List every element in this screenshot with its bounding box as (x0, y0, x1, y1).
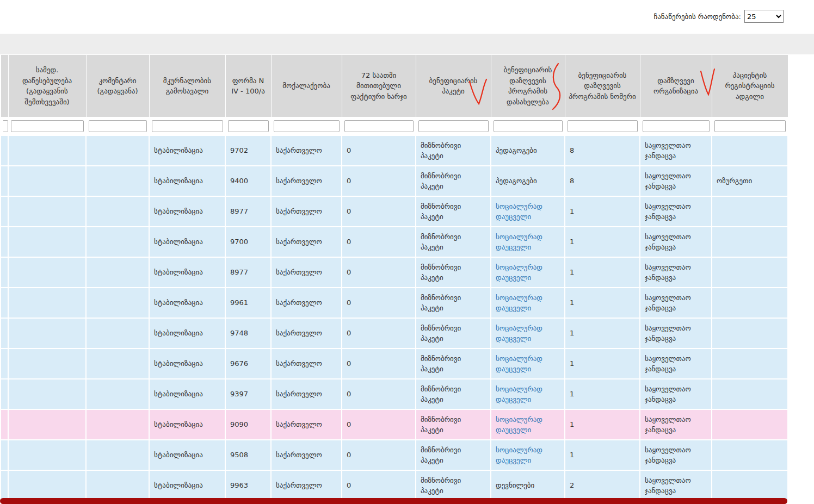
filter-input-comment[interactable] (89, 120, 147, 132)
table-header-row: სამედ. დაწესებულება (გადაყვანის შემთხვევ… (1, 55, 788, 117)
filter-cell-insurer (640, 117, 712, 136)
filter-cell-stub (1, 117, 8, 136)
cell-program-number: 1 (565, 440, 640, 470)
column-header-stub (1, 55, 8, 117)
filter-input-program-name[interactable] (494, 120, 563, 132)
cell-med-institution (8, 196, 86, 227)
filter-input-treatment-outcome[interactable] (152, 120, 223, 132)
program-name-link[interactable]: სოციალურად დაუცველი (496, 385, 542, 404)
cell-stub (1, 470, 8, 501)
cell-stub (1, 135, 8, 166)
column-header-med-institution: სამედ. დაწესებულება (გადაყვანის შემთხვევ… (8, 55, 86, 117)
filter-input-form-n4[interactable] (228, 120, 269, 132)
cell-program-number: 8 (565, 135, 640, 166)
cell-program-name: სოციალურად დაუცველი (491, 288, 565, 318)
column-header-cost-72h: 72 საათში მითითებული ფაქტიური ხარჯი (342, 55, 416, 117)
cell-registration-place (712, 257, 788, 288)
column-header-insurer: დამზღვევი ორგანიზაცია (640, 55, 712, 117)
cell-treatment-outcome: სტაბილიზაცია (149, 166, 225, 196)
data-table: სამედ. დაწესებულება (გადაყვანის შემთხვევ… (0, 54, 788, 501)
cell-program-name: სოციალურად დაუცველი (491, 379, 565, 409)
cell-insurer: საყოველთაო ჯანდაცვა (640, 379, 712, 409)
table-row[interactable]: სტაბილიზაცია9508საქართველო0მიზნობრივი პა… (1, 440, 788, 470)
cell-med-institution (8, 318, 86, 349)
table-row[interactable]: სტაბილიზაცია8977საქართველო0მიზნობრივი პა… (1, 196, 788, 227)
cell-program-number: 1 (565, 318, 640, 349)
cell-beneficiary-package: მიზნობრივი პაკეტი (416, 166, 491, 196)
program-name-link[interactable]: სოციალურად დაუცველი (496, 354, 542, 374)
table-row[interactable]: სტაბილიზაცია9397საქართველო0მიზნობრივი პა… (1, 379, 788, 409)
filter-cell-citizenship (271, 117, 342, 136)
filter-input-beneficiary-package[interactable] (418, 120, 489, 132)
cell-form-n4: 9090 (225, 409, 271, 440)
cell-cost-72h: 0 (342, 196, 416, 227)
filter-input-stub[interactable] (3, 120, 8, 132)
column-header-comment: კომენტარი (გადაყვანა) (86, 55, 149, 117)
cell-med-institution (8, 470, 86, 501)
cell-citizenship: საქართველო (271, 349, 342, 379)
cell-med-institution (8, 257, 86, 288)
cell-registration-place (712, 349, 788, 379)
cell-med-institution (8, 288, 86, 318)
toolbar-band (0, 34, 814, 54)
filter-input-insurer[interactable] (643, 120, 710, 132)
program-name-link[interactable]: სოციალურად დაუცველი (496, 263, 542, 282)
cell-comment (86, 440, 149, 470)
cell-stub (1, 196, 8, 227)
program-name-link[interactable]: სოციალურად დაუცველი (496, 415, 542, 434)
cell-treatment-outcome: სტაბილიზაცია (149, 440, 225, 470)
cell-citizenship: საქართველო (271, 318, 342, 349)
cell-insurer: საყოველთაო ჯანდაცვა (640, 318, 712, 349)
table-row[interactable]: სტაბილიზაცია9700საქართველო0მიზნობრივი პა… (1, 227, 788, 257)
cell-comment (86, 196, 149, 227)
filter-input-registration-place[interactable] (714, 120, 786, 132)
records-count-label: ჩანაწერების რაოდენობა: (653, 13, 741, 21)
cell-treatment-outcome: სტაბილიზაცია (149, 227, 225, 257)
cell-med-institution (8, 440, 86, 470)
table-row[interactable]: სტაბილიზაცია9748საქართველო0მიზნობრივი პა… (1, 318, 788, 349)
cell-registration-place (712, 409, 788, 440)
records-count-select[interactable]: 25 (744, 10, 784, 23)
cell-citizenship: საქართველო (271, 227, 342, 257)
program-name-link[interactable]: სოციალურად დაუცველი (496, 233, 542, 252)
cell-citizenship: საქართველო (271, 135, 342, 166)
program-name-link[interactable]: სოციალურად დაუცველი (496, 446, 542, 465)
cell-comment (86, 257, 149, 288)
cell-form-n4: 9963 (225, 470, 271, 501)
cell-comment (86, 409, 149, 440)
table-row[interactable]: სტაბილიზაცია9961საქართველო0მიზნობრივი პა… (1, 288, 788, 318)
filter-input-cost-72h[interactable] (344, 120, 414, 132)
cell-comment (86, 135, 149, 166)
cell-registration-place (712, 318, 788, 349)
cell-comment (86, 166, 149, 196)
cell-form-n4: 8977 (225, 196, 271, 227)
table-row[interactable]: სტაბილიზაცია9676საქართველო0მიზნობრივი პა… (1, 349, 788, 379)
filter-input-program-number[interactable] (568, 120, 638, 132)
table-row[interactable]: სტაბილიზაცია8977საქართველო0მიზნობრივი პა… (1, 257, 788, 288)
cell-cost-72h: 0 (342, 409, 416, 440)
filter-input-med-institution[interactable] (11, 120, 84, 132)
cell-program-name: დევნილები (491, 470, 565, 501)
cell-med-institution (8, 135, 86, 166)
table-row[interactable]: სტაბილიზაცია9702საქართველო0მიზნობრივი პა… (1, 135, 788, 166)
program-name-link[interactable]: სოციალურად დაუცველი (496, 324, 542, 343)
program-name-link[interactable]: სოციალურად დაუცველი (496, 294, 542, 313)
cell-comment (86, 470, 149, 501)
cell-program-name: სოციალურად დაუცველი (491, 349, 565, 379)
program-name-link[interactable]: სოციალურად დაუცველი (496, 202, 542, 221)
cell-form-n4: 9508 (225, 440, 271, 470)
cell-cost-72h: 0 (342, 470, 416, 501)
filter-input-citizenship[interactable] (274, 120, 340, 132)
cell-insurer: საყოველთაო ჯანდაცვა (640, 257, 712, 288)
cell-beneficiary-package: მიზნობრივი პაკეტი (416, 227, 491, 257)
cell-program-number: 2 (565, 470, 640, 501)
table-row[interactable]: სტაბილიზაცია9090საქართველო0მიზნობრივი პა… (1, 409, 788, 440)
table-row[interactable]: სტაბილიზაცია9963საქართველო0მიზნობრივი პა… (1, 470, 788, 501)
cell-program-number: 8 (565, 166, 640, 196)
cell-form-n4: 9400 (225, 166, 271, 196)
column-header-program-name: ბენეფიციარის დაზღვევის პროგრამის დასახელ… (491, 55, 565, 117)
filter-cell-treatment-outcome (149, 117, 225, 136)
filter-cell-program-number (565, 117, 640, 136)
cell-citizenship: საქართველო (271, 166, 342, 196)
table-row[interactable]: სტაბილიზაცია9400საქართველო0მიზნობრივი პა… (1, 166, 788, 196)
